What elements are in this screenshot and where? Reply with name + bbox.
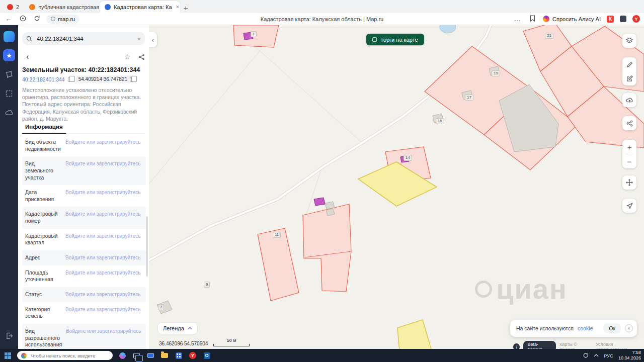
map-canvas[interactable] xyxy=(149,25,644,349)
favorite-icon[interactable]: ☆ xyxy=(124,53,130,61)
new-tab-button[interactable]: + xyxy=(180,2,191,13)
cookie-ok-button[interactable]: Ок xyxy=(603,323,621,333)
legend-label: Легенда xyxy=(163,325,184,331)
scale-bar xyxy=(213,344,250,346)
taskbar-search-input[interactable] xyxy=(30,352,105,359)
login-link[interactable]: Войдите или зарегистрируйтесь xyxy=(65,291,143,297)
login-link[interactable]: Войдите или зарегистрируйтесь xyxy=(66,328,143,334)
cookie-close-icon[interactable]: × xyxy=(625,324,633,332)
parcel-label: 19 xyxy=(492,70,500,76)
login-link[interactable]: Войдите или зарегистрируйтесь xyxy=(65,139,143,145)
address-bar[interactable]: map.ru xyxy=(46,15,79,24)
rail-item-cloud[interactable] xyxy=(3,107,15,119)
cloud-icon xyxy=(5,109,14,116)
tab-close-icon[interactable]: × xyxy=(176,4,180,11)
cursor-coordinates: 36.462096 54.570504 xyxy=(159,341,208,346)
more-icon[interactable]: … xyxy=(513,15,522,23)
yandex-browser-button[interactable]: Y xyxy=(188,351,197,360)
parcel-label: 9 xyxy=(204,282,210,288)
table-row: СтатусВойдите или зарегистрируйтесь xyxy=(22,287,146,302)
row-label: Категория земель xyxy=(25,306,61,320)
login-link[interactable]: Войдите или зарегистрируйтесь xyxy=(65,211,143,217)
object-chips: 40:22:182401:344 54.409214 36.747821 xyxy=(22,75,137,83)
panel-scrollbar[interactable] xyxy=(146,216,148,277)
tray-chevron-up-icon[interactable] xyxy=(594,354,599,357)
kaspersky-icon[interactable]: К xyxy=(607,16,614,23)
legend-button[interactable]: Легенда xyxy=(157,322,198,334)
pan-button[interactable] xyxy=(622,175,636,190)
info-icon[interactable]: i xyxy=(513,343,520,349)
login-link[interactable]: Войдите или зарегистрируйтесь xyxy=(65,160,143,166)
search-input[interactable] xyxy=(36,35,133,42)
yandex-browser-icon: Y xyxy=(189,352,196,359)
share-group xyxy=(622,116,636,130)
tab-cadastral-map[interactable]: Кадастровая карта: Ка × xyxy=(100,1,180,13)
task-view-button[interactable] xyxy=(132,351,141,360)
rail-item-favorites[interactable]: ★ xyxy=(3,49,15,61)
rail-item-logout[interactable] xyxy=(3,330,15,342)
parcel-label: 15 xyxy=(436,118,444,124)
bookmark-icon[interactable] xyxy=(528,15,537,23)
cian-watermark-text: циан xyxy=(496,273,568,305)
home-icon[interactable] xyxy=(18,15,27,23)
explorer-button[interactable] xyxy=(160,351,169,360)
outlook-button[interactable]: O xyxy=(202,351,211,360)
clear-search-icon[interactable]: × xyxy=(137,35,141,43)
alice-button[interactable]: Спросить Алису AI xyxy=(543,16,601,22)
language-indicator[interactable]: РУС xyxy=(604,353,613,358)
chevron-up-icon xyxy=(188,327,192,330)
map-share-button[interactable] xyxy=(622,116,636,130)
copy-coords-icon[interactable] xyxy=(130,77,134,82)
rail-item-draw-polygon[interactable] xyxy=(3,68,15,80)
copilot-icon xyxy=(119,352,126,359)
login-link[interactable]: Войдите или зарегистрируйтесь xyxy=(65,233,143,239)
draw-button[interactable] xyxy=(622,57,636,71)
panel-back-icon[interactable]: ‹ xyxy=(26,52,29,62)
terms-link[interactable]: Условия использования xyxy=(596,342,644,349)
share-icon[interactable] xyxy=(138,54,145,60)
copy-icon[interactable] xyxy=(68,77,72,82)
sync-icon[interactable] xyxy=(583,352,589,358)
cookie-link[interactable]: cookie xyxy=(578,325,593,331)
map-footer: i Beta-версия Карты © Яндекс Условия исп… xyxy=(513,341,644,349)
parcel-label: 21 xyxy=(545,33,553,39)
tab-pinned[interactable]: 2 xyxy=(2,1,24,13)
locate-button[interactable] xyxy=(622,199,636,213)
profile-avatar[interactable]: Y xyxy=(632,15,640,23)
login-link[interactable]: Войдите или зарегистрируйтесь xyxy=(65,189,143,195)
app-logo[interactable] xyxy=(4,31,15,42)
row-label: Вид земельного участка xyxy=(25,160,61,181)
clock[interactable]: 7:58 10.04.2026 xyxy=(618,350,641,361)
search-box[interactable]: × xyxy=(22,32,145,45)
task-view-icon xyxy=(133,353,140,358)
apps-grid-button[interactable] xyxy=(174,351,183,360)
map-scale: 50 м xyxy=(213,338,250,346)
panel-collapse-button[interactable]: ‹ xyxy=(149,32,157,47)
info-table: Вид объекта недвижимостиВойдите или заре… xyxy=(22,135,146,349)
table-row: Дата присвоенияВойдите или зарегистрируй… xyxy=(22,185,146,207)
login-link[interactable]: Войдите или зарегистрируйтесь xyxy=(65,254,143,260)
copilot-button[interactable] xyxy=(118,351,127,360)
taskbar-search-icon xyxy=(21,353,27,358)
login-link[interactable]: Войдите или зарегистрируйтесь xyxy=(65,306,143,312)
zoom-in-button[interactable]: + xyxy=(622,140,636,154)
zoom-out-button[interactable]: − xyxy=(622,154,636,168)
layers-button[interactable] xyxy=(622,34,636,48)
taskbar-search[interactable] xyxy=(17,351,113,360)
reload-icon[interactable] xyxy=(32,15,41,23)
table-row: АдресВойдите или зарегистрируйтесь xyxy=(22,250,146,265)
cadastral-number-link[interactable]: 40:22:182401:344 xyxy=(22,76,65,82)
tab-information[interactable]: Информация xyxy=(22,122,145,134)
rail-item-select-area[interactable] xyxy=(3,87,15,100)
login-link[interactable]: Войдите или зарегистрируйтесь xyxy=(65,269,143,276)
edit-note-button[interactable] xyxy=(622,71,636,85)
start-button[interactable] xyxy=(3,351,12,360)
extension-icon[interactable] xyxy=(620,16,626,22)
row-label: Вид разрешенного использования xyxy=(25,328,62,348)
display-app-button[interactable] xyxy=(146,351,155,360)
tab-public-cadastral[interactable]: публичная кадастровая к xyxy=(24,1,100,13)
torgi-button[interactable]: Торги на карте xyxy=(366,34,424,45)
coordinates-chip[interactable]: 54.409214 36.747821 xyxy=(75,75,137,83)
cloud-upload-button[interactable] xyxy=(622,93,636,107)
back-icon[interactable]: ← xyxy=(4,15,13,23)
